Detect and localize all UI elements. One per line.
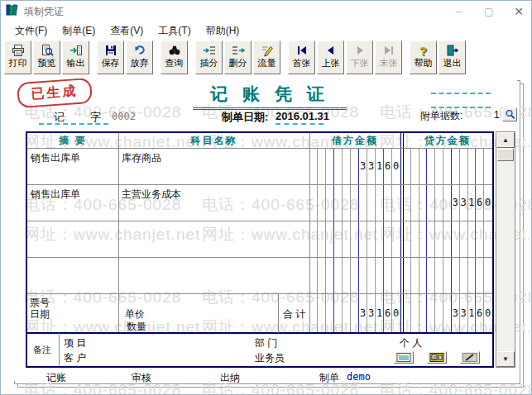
ledger-cell: 3 bbox=[460, 184, 468, 221]
prepare-date-value[interactable]: 2016.01.31 bbox=[276, 110, 329, 122]
table-header-2: 借方金额 bbox=[309, 133, 400, 148]
menu-item-2[interactable]: 查看(V) bbox=[103, 22, 151, 40]
note-label-divider bbox=[59, 333, 60, 366]
next-icon bbox=[353, 43, 367, 58]
attachments-zoom-button[interactable] bbox=[502, 107, 517, 121]
total-label-divider bbox=[278, 293, 279, 333]
note-wand-button[interactable] bbox=[460, 351, 480, 364]
toolbar-export-button[interactable]: 输出 bbox=[62, 40, 89, 74]
customer-label: 客 户 bbox=[64, 351, 86, 365]
preparer-value: demo bbox=[347, 371, 371, 383]
ledger-cell bbox=[403, 293, 411, 333]
toolbar-prev-button[interactable]: 上张 bbox=[317, 40, 344, 74]
row-1-summary[interactable]: 销售出库单 bbox=[27, 188, 122, 202]
menu-item-3[interactable]: 工具(T) bbox=[151, 22, 198, 40]
toolbar-first-button[interactable]: 首张 bbox=[288, 40, 315, 74]
toolbar-group-4: 首张上张下张末张 bbox=[288, 40, 402, 74]
toolbar-button-label: 帮助 bbox=[415, 58, 433, 69]
menu-item-1[interactable]: 制单(E) bbox=[55, 22, 103, 40]
salesperson-label: 业务员 bbox=[255, 351, 285, 365]
ledger-cell: 0 bbox=[484, 184, 492, 221]
bookkeeper-label: 记账 bbox=[46, 371, 66, 385]
ledger-cell bbox=[351, 148, 359, 184]
ledger-cell: 1 bbox=[376, 293, 384, 333]
note-doc-button[interactable] bbox=[394, 351, 414, 364]
row-divider-2 bbox=[27, 257, 492, 258]
last-icon bbox=[382, 43, 395, 58]
toolbar-printer-button[interactable]: 打印 bbox=[4, 40, 31, 74]
header-divider bbox=[27, 148, 492, 149]
table-scrollbar[interactable]: ▲ ▼ bbox=[496, 131, 515, 368]
ledger-cell bbox=[343, 148, 351, 184]
table-header-0: 摘 要 bbox=[27, 133, 118, 148]
row-divider-1 bbox=[27, 221, 492, 221]
ledger-cell bbox=[419, 293, 428, 333]
toolbar-save-button[interactable]: 保存 bbox=[97, 40, 124, 74]
toolbar-button-label: 预览 bbox=[38, 58, 56, 69]
ledger-cell bbox=[309, 148, 318, 184]
table-header-3: 贷方金额 bbox=[403, 133, 492, 148]
toolbar-cashflow-pen-button[interactable]: 流量 bbox=[253, 40, 280, 74]
voucher-window: 填制凭证 ─ ▢ ✕ 文件(F)制单(E)查看(V)工具(T)帮助(H) 打印预… bbox=[0, 0, 532, 395]
ledger-cell bbox=[411, 184, 419, 221]
ledger-cell bbox=[403, 184, 411, 221]
ledger-cell bbox=[351, 293, 359, 333]
dashed-underline-1 bbox=[431, 93, 491, 94]
toolbar-button-label: 末张 bbox=[380, 58, 398, 69]
row-0-debit-amount: 33160 bbox=[309, 148, 400, 184]
prepare-date-underline bbox=[276, 123, 324, 125]
toolbar-button-label: 首张 bbox=[293, 58, 311, 69]
toolbar-delete-row-button[interactable]: 删分 bbox=[224, 40, 252, 74]
scroll-down-button[interactable]: ▼ bbox=[496, 351, 515, 367]
ledger-cell bbox=[343, 293, 351, 333]
ledger-cell: 3 bbox=[452, 184, 460, 221]
svg-text:e: e bbox=[433, 355, 436, 361]
ledger-cell: 6 bbox=[384, 293, 392, 333]
toolbar-button-label: 输出 bbox=[67, 58, 85, 69]
help-icon: ? bbox=[419, 43, 427, 58]
minimize-button[interactable]: ─ bbox=[447, 3, 472, 20]
close-button[interactable]: ✕ bbox=[506, 3, 531, 20]
ledger-cell bbox=[427, 293, 435, 333]
row-0-summary[interactable]: 销售出库单 bbox=[27, 151, 122, 165]
toolbar-insert-row-button[interactable]: 插分 bbox=[195, 40, 223, 74]
ledger-cell bbox=[318, 148, 326, 184]
ledger-cell bbox=[318, 293, 326, 333]
ledger-cell bbox=[334, 148, 343, 184]
window-title: 填制凭证 bbox=[24, 5, 64, 19]
auditor-label: 审核 bbox=[132, 371, 151, 385]
binoculars-icon bbox=[168, 43, 181, 58]
maximize-button[interactable]: ▢ bbox=[477, 3, 501, 20]
toolbar: 打印预览输出保存放弃查询插分删分流量首张上张下张末张?帮助退出 bbox=[1, 39, 531, 79]
toolbar-binoculars-button[interactable]: 查询 bbox=[161, 40, 188, 74]
scroll-up-button[interactable]: ▲ bbox=[496, 132, 515, 148]
toolbar-exit-button[interactable]: 退出 bbox=[439, 40, 466, 74]
toolbar-undo-button[interactable]: 放弃 bbox=[126, 40, 153, 74]
menu-item-4[interactable]: 帮助(H) bbox=[199, 22, 247, 40]
row-0-account[interactable]: 库存商品 bbox=[118, 151, 313, 165]
toolbar-group-2: 查询 bbox=[161, 40, 188, 74]
ledger-cell: 3 bbox=[367, 148, 376, 184]
preparer-label: 制单 bbox=[319, 371, 339, 385]
voucher-title: 记 账 凭 证 bbox=[193, 83, 347, 110]
toolbar-preview-button[interactable]: 预览 bbox=[33, 40, 60, 74]
row-1-account[interactable]: 主营业务成本 bbox=[118, 188, 313, 202]
toolbar-help-button[interactable]: ?帮助 bbox=[410, 40, 437, 74]
note-label: 备注 bbox=[33, 344, 51, 356]
voucher-number[interactable]: 0002 bbox=[112, 111, 136, 122]
ledger-cell bbox=[435, 293, 443, 333]
toolbar-group-0: 打印预览输出 bbox=[4, 40, 89, 74]
ledger-cell: 3 bbox=[452, 293, 460, 333]
preview-icon bbox=[41, 43, 54, 58]
menu-item-0[interactable]: 文件(F) bbox=[7, 22, 55, 40]
ledger-cell bbox=[443, 184, 452, 221]
attachments-count[interactable]: 1 bbox=[494, 109, 500, 121]
magnifier-icon bbox=[505, 109, 515, 120]
first-icon bbox=[295, 43, 309, 58]
note-card-button[interactable]: e bbox=[427, 351, 447, 364]
menu-bar: 文件(F)制单(E)查看(V)工具(T)帮助(H) bbox=[1, 22, 531, 39]
ledger-cell: 0 bbox=[484, 293, 492, 333]
toolbar-button-label: 插分 bbox=[200, 58, 218, 69]
scrollbar-thumb[interactable] bbox=[497, 149, 514, 161]
toolbar-button-label: 退出 bbox=[443, 58, 462, 69]
